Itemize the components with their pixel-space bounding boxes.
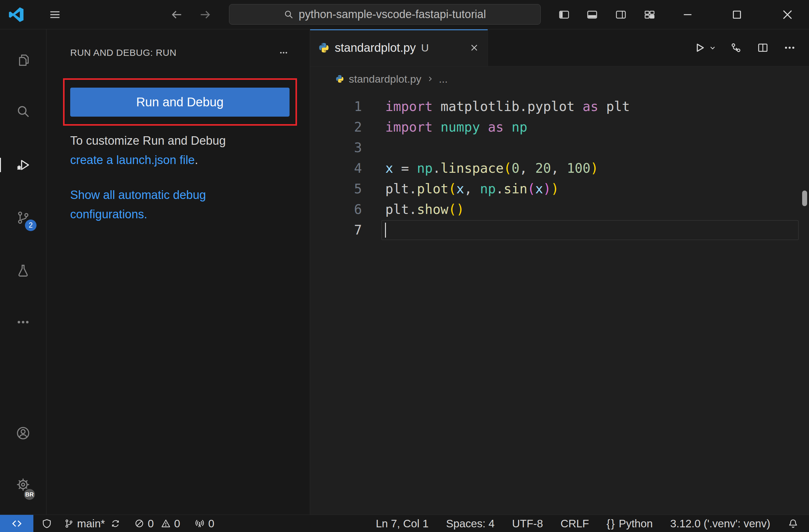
breadcrumb[interactable]: standardplot.py ... [310, 67, 809, 91]
line-number[interactable]: 5 [310, 179, 362, 199]
tab-filename: standardplot.py [335, 41, 416, 55]
sidebar-title: RUN AND DEBUG: RUN [70, 48, 177, 58]
scm-badge: 2 [25, 219, 36, 231]
line-number[interactable]: 3 [310, 138, 362, 158]
scrollbar-thumb[interactable] [802, 191, 807, 206]
breadcrumb-filename[interactable]: standardplot.py [349, 73, 421, 85]
customize-hint: To customize Run and Debug create a laun… [70, 131, 245, 170]
back-arrow-icon[interactable] [169, 6, 185, 23]
language-mode[interactable]: {} Python [606, 517, 653, 530]
editor-more-actions-icon[interactable] [784, 41, 796, 54]
line-number[interactable]: 1 [310, 96, 362, 117]
explorer-icon[interactable] [16, 53, 30, 67]
line-number[interactable]: 2 [310, 117, 362, 138]
search-view-icon[interactable] [16, 104, 30, 119]
line-number[interactable]: 4 [310, 158, 362, 179]
account-icon[interactable] [16, 426, 30, 440]
code-text [362, 220, 385, 241]
code-text: plt.plot(x, np.sin(x)) [362, 179, 559, 199]
sync-icon[interactable] [110, 519, 120, 529]
cursor-position[interactable]: Ln 7, Col 1 [376, 517, 428, 530]
show-debug-configurations: Show all automatic debug configurations. [70, 185, 226, 224]
errors-icon [134, 518, 144, 529]
status-bar: main* 0 0 0 Ln 7, Col 1 Spaces: 4 UTF-8 … [0, 515, 809, 532]
workspace-trust[interactable] [41, 518, 52, 529]
code-text [362, 138, 385, 158]
close-button[interactable] [777, 4, 798, 25]
code-editor[interactable]: 1import matplotlib.pyplot as plt2import … [310, 91, 809, 515]
python-file-icon [318, 42, 329, 53]
maximize-button[interactable] [726, 4, 748, 25]
tab-standardplot[interactable]: standardplot.py U [310, 29, 488, 66]
eol-sequence[interactable]: CRLF [560, 517, 589, 530]
command-center-search[interactable]: python-sample-vscode-fastapi-tutorial [229, 4, 541, 25]
forward-arrow-icon[interactable] [197, 6, 213, 23]
remote-indicator[interactable] [0, 515, 33, 532]
code-text: import numpy as np [362, 117, 527, 138]
active-view-indicator [0, 158, 1, 172]
activity-bar: 2 BR [0, 29, 47, 515]
toggle-secondary-sidebar-icon[interactable] [615, 9, 627, 21]
run-and-debug-button[interactable]: Run and Debug [70, 88, 290, 117]
more-views-icon[interactable] [16, 315, 30, 329]
workbench: 2 BR RUN AND DEBUG: RUN Run and Debug To… [0, 29, 809, 515]
ports-status[interactable]: 0 [194, 517, 214, 530]
shield-icon [41, 518, 52, 529]
customize-hint-period: . [195, 154, 198, 166]
line-number[interactable]: 7 [310, 220, 362, 241]
editor-group: standardplot.py U standardplot.py [310, 29, 809, 515]
search-icon [283, 10, 294, 19]
code-line-2: 2import numpy as np [310, 117, 809, 138]
views-more-actions-icon[interactable] [277, 48, 290, 57]
notifications-bell-icon[interactable] [788, 518, 798, 529]
remote-icon [11, 518, 22, 529]
testing-icon[interactable] [16, 264, 30, 278]
run-and-debug-sidebar: RUN AND DEBUG: RUN Run and Debug To cust… [47, 29, 310, 515]
code-text: plt.show() [362, 199, 464, 220]
run-python-file-icon[interactable] [693, 41, 706, 54]
branch-name: main* [77, 517, 105, 530]
tab-bar: standardplot.py U [310, 29, 809, 67]
show-debug-configurations-link[interactable]: Show all automatic debug configurations. [70, 188, 206, 221]
customize-layout-icon[interactable] [644, 9, 655, 21]
radio-tower-icon [194, 518, 205, 529]
run-and-debug-icon[interactable] [16, 158, 30, 172]
code-text: x = np.linspace(0, 20, 100) [362, 158, 598, 179]
text-cursor [385, 223, 386, 237]
toggle-panel-icon[interactable] [586, 9, 598, 21]
python-interpreter[interactable]: 3.12.0 ('.venv': venv) [670, 517, 770, 530]
code-lines: 1import matplotlib.pyplot as plt2import … [310, 96, 809, 241]
create-launch-json-link[interactable]: create a launch.json file [70, 154, 195, 166]
language-label: Python [619, 517, 653, 530]
indentation[interactable]: Spaces: 4 [446, 517, 495, 530]
ports-count: 0 [208, 517, 214, 530]
git-branch-icon [64, 519, 74, 529]
encoding[interactable]: UTF-8 [512, 517, 543, 530]
menu-icon[interactable] [46, 6, 64, 23]
git-branch-status[interactable]: main* [64, 517, 120, 530]
toggle-sidebar-icon[interactable] [558, 9, 570, 21]
line-number[interactable]: 6 [310, 199, 362, 220]
braces-icon: {} [606, 517, 616, 530]
code-line-6: 6plt.show() [310, 199, 809, 220]
tab-close-icon[interactable] [469, 42, 480, 53]
problems-status[interactable]: 0 0 [134, 517, 180, 530]
split-editor-icon[interactable] [757, 41, 769, 54]
editor-actions [693, 29, 809, 66]
run-dropdown-chevron-icon[interactable] [708, 43, 717, 52]
profile-badge[interactable]: BR [23, 488, 36, 501]
warnings-count: 0 [174, 517, 180, 530]
breadcrumb-chevron-icon [426, 75, 434, 83]
statusbar-right: Ln 7, Col 1 Spaces: 4 UTF-8 CRLF {} Pyth… [376, 517, 809, 530]
breadcrumb-symbol[interactable]: ... [439, 73, 448, 85]
code-line-3: 3 [310, 138, 809, 158]
code-line-5: 5plt.plot(x, np.sin(x)) [310, 179, 809, 199]
minimize-button[interactable] [677, 4, 699, 25]
warnings-icon [161, 518, 171, 529]
errors-count: 0 [148, 517, 154, 530]
customize-hint-text: To customize Run and Debug [70, 134, 226, 147]
python-file-icon [335, 74, 344, 83]
git-status-letter: U [421, 42, 429, 54]
open-changes-icon[interactable] [730, 41, 742, 54]
code-line-1: 1import matplotlib.pyplot as plt [310, 96, 809, 117]
